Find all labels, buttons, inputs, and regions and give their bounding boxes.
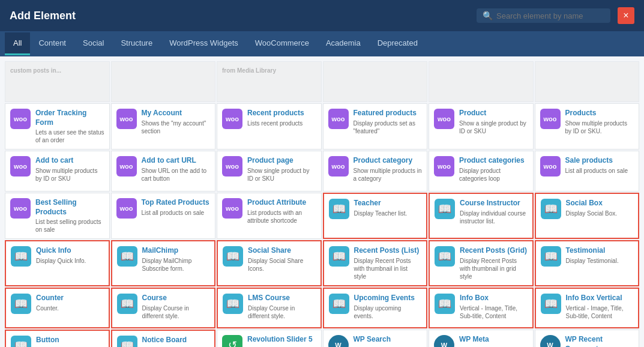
element-info: Info Box Vertical Vertical - Image, Titl… [566,294,634,320]
list-item[interactable]: woo Add to cart URL Show URL on the add … [111,151,216,192]
element-name: Best Selling Products [35,198,104,217]
list-item[interactable]: woo Product Attribute List products with… [217,193,322,239]
element-info: Recent products Lists recent products [247,109,316,127]
list-item[interactable]: 📖 Info Box Vertical - Image, Title, Sub-… [429,288,534,328]
woo-icon: woo [222,109,242,129]
list-item[interactable] [111,61,216,102]
tab-social[interactable]: Social [74,32,112,55]
element-info: Product Show a single product by ID or S… [459,109,528,135]
element-info: Top Rated Products List all products on … [142,198,211,217]
element-desc: Display Teacher list. [354,210,422,217]
list-item[interactable]: custom posts in... [5,61,110,102]
list-item[interactable]: woo Add to cart Show multiple products b… [5,151,110,192]
element-desc: Display Quick Info. [36,257,104,265]
element-name: Sale products [565,156,634,166]
list-item[interactable] [429,61,534,102]
woo-icon: woo [116,109,137,129]
list-item[interactable]: ↺ Revolution Slider 5 [217,330,322,347]
element-desc: Display Course in different style. [248,304,316,320]
element-desc: Vertical - Image, Title, Sub-title, Cont… [566,304,634,320]
tab-deprecated[interactable]: Deprecated [369,32,426,55]
woo-icon: woo [10,109,31,129]
element-name: Social Share [248,246,316,256]
element-desc: Display Testimonial. [566,257,634,265]
list-item[interactable]: 📖 Social Box Display Social Box. [535,193,640,239]
list-item[interactable]: 📖 Recent Posts (Grid) Display Recent Pos… [429,240,534,286]
list-item[interactable]: from Media Library [217,61,322,102]
list-item[interactable]: woo Product page Show single product by … [217,151,322,192]
list-item[interactable]: 📖 Info Box Vertical Vertical - Image, Ti… [535,288,640,328]
list-item[interactable]: 📖 Testimonial Display Testimonial. [535,240,640,286]
a-icon: 📖 [223,294,243,314]
element-name: Products [565,109,634,118]
element-info: Product categories Display product categ… [459,156,528,183]
element-name: Product categories [459,156,528,166]
a-icon: 📖 [541,294,561,314]
list-item[interactable]: W WP Recent Comments The most recent com… [535,330,640,347]
list-item[interactable]: W WP Meta Log in/out, admin, feed and Wo… [429,330,534,347]
element-info: Quick Info Display Quick Info. [36,246,104,265]
element-name: Featured products [354,109,423,118]
list-item[interactable]: woo Top Rated Products List all products… [111,193,216,239]
element-info: Product page Show single product by ID o… [247,156,316,183]
element-desc: Display Course in different style. [142,304,210,320]
list-item[interactable]: woo My Account Shows the "my account" se… [111,103,216,149]
element-info: Product Attribute List products with an … [247,198,316,225]
element-info: Button Button collection. [36,336,104,347]
element-name: Info Box [460,294,528,303]
element-desc: Show multiple products by ID or SKU. [565,119,634,135]
list-item[interactable]: woo Product categories Display product c… [429,151,534,192]
list-item[interactable]: woo Recent products Lists recent product… [217,103,322,149]
list-item[interactable]: woo Sale products List all products on s… [535,151,640,192]
element-info: Add to cart Show multiple products by ID… [35,156,104,183]
woo-icon: woo [328,109,349,129]
list-item[interactable]: 📖 Teacher Display Teacher list. [323,193,428,239]
list-item[interactable]: 📖 MailChimp Display MailChimp Subscribe … [111,240,216,286]
list-item[interactable]: woo Order Tracking Form Lets a user see … [5,103,110,149]
tab-woocommerce[interactable]: WooCommerce [247,32,317,55]
element-desc: List products with an attribute shortcod… [247,209,316,225]
list-item[interactable]: 📖 Notice Board Display Posts from Notice… [111,330,216,347]
element-name: WP Search [354,335,423,345]
element-desc: Display Social Share Icons. [248,257,316,273]
list-item[interactable]: 📖 Button Button collection. [5,330,110,347]
list-item[interactable]: woo Product category Show multiple produ… [323,151,428,192]
list-item[interactable]: woo Best Selling Products List best sell… [5,193,110,239]
tab-all[interactable]: All [5,32,30,55]
tab-academia[interactable]: Academia [317,32,369,55]
element-desc: List all products on sale [565,167,634,175]
element-desc: Display Recent Posts with thumbnail in g… [460,257,528,280]
list-item[interactable]: woo Products Show multiple products by I… [535,103,640,149]
list-item[interactable] [535,61,640,102]
list-item[interactable]: woo Product Show a single product by ID … [429,103,534,149]
list-item[interactable]: W WP Search A search form for your site [323,330,428,347]
close-button[interactable]: × [618,7,634,24]
element-desc: Display Recent Posts with thumbnail in l… [354,257,422,280]
list-item[interactable]: woo Featured products Display products s… [323,103,428,149]
woo-icon: woo [540,109,561,129]
list-item[interactable]: 📖 Upcoming Events Display upcoming event… [323,288,428,328]
search-input[interactable] [496,11,604,20]
element-info: Featured products Display products set a… [354,109,423,135]
list-item[interactable]: 📖 Quick Info Display Quick Info. [5,240,110,286]
woo-icon: woo [10,156,31,177]
element-name: Product category [354,156,423,166]
list-item[interactable]: 📖 Course Display Course in different sty… [111,288,216,328]
tabs-bar: All Content Social Structure WordPress W… [0,31,644,56]
list-item[interactable]: 📖 Social Share Display Social Share Icon… [217,240,322,286]
tab-structure[interactable]: Structure [112,32,161,55]
element-name: My Account [142,109,211,118]
element-name: LMS Course [248,294,316,303]
list-item[interactable]: 📖 Recent Posts (List) Display Recent Pos… [323,240,428,286]
element-name: Counter [36,294,104,303]
tab-content[interactable]: Content [30,32,74,55]
element-name: Product [459,109,528,118]
element-desc: Show single product by ID or SKU [247,167,316,183]
list-item[interactable]: 📖 LMS Course Display Course in different… [217,288,322,328]
list-item[interactable] [323,61,428,102]
tab-wordpress-widgets[interactable]: WordPress Widgets [161,32,247,55]
modal-title: Add Element [10,10,76,22]
list-item[interactable]: 📖 Counter Counter. [5,288,110,328]
list-item[interactable]: 📖 Course Instructor Display individual c… [429,193,534,239]
element-info: Counter Counter. [36,294,104,312]
